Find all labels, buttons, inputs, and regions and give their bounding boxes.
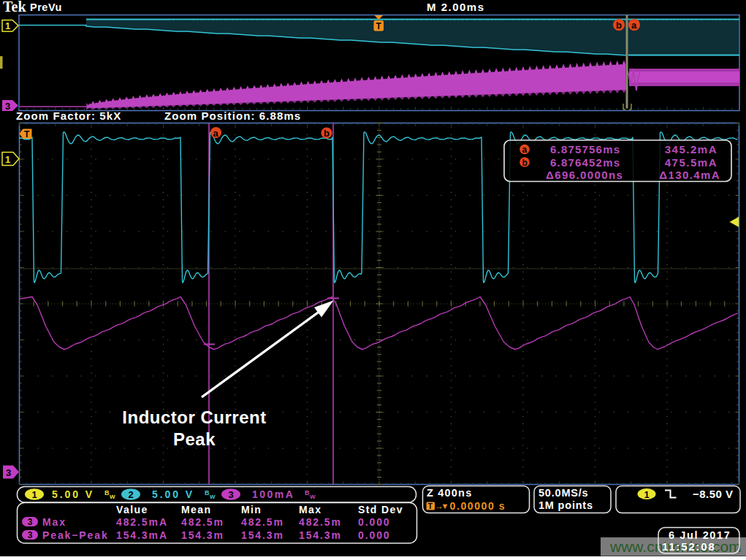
svg-text:T: T [428,502,433,510]
svg-text:154.3m: 154.3m [241,529,284,541]
svg-text:154.3mA: 154.3mA [116,529,168,541]
svg-text:3: 3 [6,467,11,478]
svg-text:Δ130.4mA: Δ130.4mA [659,169,720,181]
svg-text:1: 1 [5,20,10,31]
svg-text:Mean: Mean [181,504,211,515]
svg-text:50.0MS/s: 50.0MS/s [538,487,588,499]
svg-text:▼: ▼ [441,502,449,510]
svg-text:3: 3 [228,489,233,500]
svg-text:6.875756ms: 6.875756ms [550,143,620,156]
svg-text:a: a [522,145,528,155]
svg-text:Zoom Factor: 5kX: Zoom Factor: 5kX [16,110,121,122]
svg-text:1: 1 [5,154,10,165]
svg-text:0.00000 s: 0.00000 s [450,500,506,512]
svg-text:b: b [324,128,330,139]
svg-text:11:52:08: 11:52:08 [662,540,716,553]
svg-text:482.5mA: 482.5mA [116,516,168,528]
svg-text:Min: Min [241,504,262,515]
svg-text:2: 2 [128,489,133,500]
svg-text:T: T [376,21,382,31]
svg-text:Peak: Peak [173,429,216,449]
svg-text:0.000: 0.000 [358,529,391,541]
svg-text:6 Jul 2017: 6 Jul 2017 [669,529,731,541]
svg-text:M 2.00ms: M 2.00ms [427,1,485,13]
svg-text:Std Dev: Std Dev [358,504,403,515]
svg-text:W: W [310,494,316,500]
svg-text:154.3m: 154.3m [181,529,224,541]
svg-text:Δ696.0000ns: Δ696.0000ns [546,169,623,181]
svg-text:100mA: 100mA [252,488,294,500]
svg-text:482.5m: 482.5m [181,516,224,528]
svg-text:1M points: 1M points [538,499,593,511]
svg-text:B: B [305,489,310,496]
svg-text:Max: Max [299,504,321,515]
svg-text:W: W [110,494,115,500]
svg-text:482.5m: 482.5m [241,516,284,528]
svg-text:a: a [213,128,219,139]
svg-text:B: B [205,489,210,496]
svg-text:Value: Value [116,504,148,515]
svg-text:T: T [24,129,30,139]
svg-text:6.876452ms: 6.876452ms [550,156,620,169]
svg-text:−8.50 V: −8.50 V [693,488,734,500]
svg-text:Inductor Current: Inductor Current [122,407,266,427]
svg-text:345.2mA: 345.2mA [665,143,718,156]
svg-text:3: 3 [28,530,33,540]
svg-text:3: 3 [5,101,10,112]
svg-text:3: 3 [28,517,33,527]
svg-text:b: b [616,20,622,31]
svg-text:b: b [522,158,528,168]
svg-text:a: a [631,20,637,31]
svg-text:154.3m: 154.3m [299,529,342,541]
svg-text:482.5m: 482.5m [299,516,342,528]
svg-text:5.00 V: 5.00 V [52,488,94,500]
svg-text:Peak−Peak: Peak−Peak [42,529,109,541]
svg-text:W: W [210,494,216,500]
svg-text:475.5mA: 475.5mA [665,156,718,169]
svg-text:Max: Max [42,516,66,528]
svg-text:1: 1 [644,489,649,500]
svg-text:5.00 V: 5.00 V [152,488,194,500]
svg-text:B: B [104,489,110,496]
svg-text:Z 400ns: Z 400ns [427,487,472,499]
svg-text:0.000: 0.000 [358,516,391,528]
svg-text:Zoom Position: 6.88ms: Zoom Position: 6.88ms [164,110,301,122]
svg-text:PreVu: PreVu [30,1,62,13]
svg-text:1: 1 [31,489,37,500]
svg-text:Tek: Tek [3,0,26,15]
